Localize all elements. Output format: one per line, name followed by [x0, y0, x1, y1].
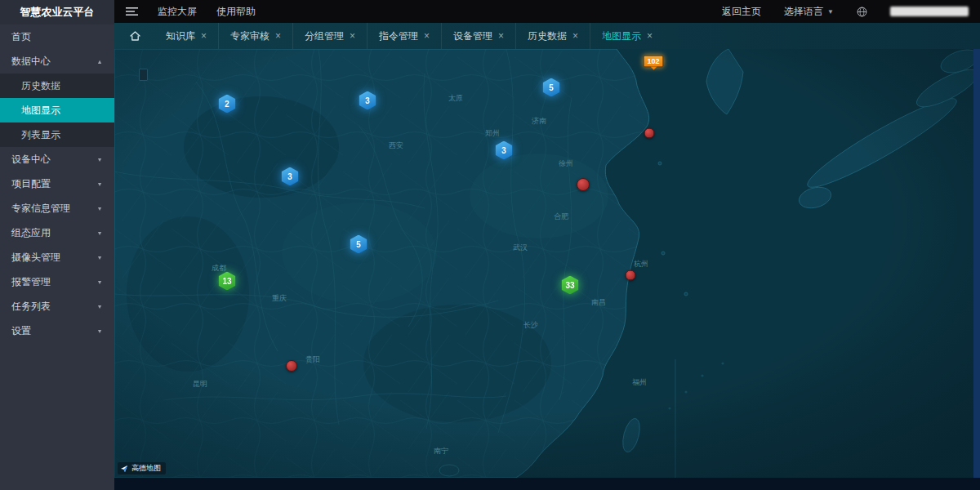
- tabbar: 知识库×专家审核×分组管理×指令管理×设备管理×历史数据×地图显示×: [114, 23, 980, 49]
- device-marker-red[interactable]: [577, 178, 590, 191]
- cluster-count: 3: [359, 91, 376, 110]
- city-label: 西安: [389, 140, 403, 151]
- cluster-count: 13: [219, 272, 236, 291]
- back-home-link[interactable]: 返回主页: [722, 5, 761, 19]
- tab-label: 设备管理: [453, 29, 492, 43]
- menu-help[interactable]: 使用帮助: [216, 5, 256, 19]
- sidebar-subitem-history-data[interactable]: 历史数据: [0, 74, 114, 98]
- tab-map-display[interactable]: 地图显示×: [590, 23, 664, 49]
- cluster-count: 3: [282, 167, 299, 186]
- city-label: 合肥: [554, 212, 568, 222]
- amap-logo-icon: [120, 465, 128, 473]
- topbar: 监控大屏 使用帮助 返回主页 选择语言 ▼: [114, 0, 980, 23]
- language-select[interactable]: 选择语言 ▼: [784, 5, 834, 19]
- caret-down-icon: ▼: [96, 156, 102, 163]
- app-root: 智慧农业云平台 首页数据中心▲历史数据地图显示列表显示设备中心▼项目配置▼专家信…: [0, 0, 980, 490]
- cluster-marker-blue[interactable]: 3: [359, 91, 376, 110]
- city-label: 福州: [632, 377, 647, 388]
- sidebar-item-task-list[interactable]: 任务列表▼: [0, 294, 114, 318]
- map-attribution[interactable]: 高德地图: [118, 462, 166, 474]
- sidebar-item-label: 摄像头管理: [11, 251, 60, 265]
- cluster-marker-green[interactable]: 13: [219, 272, 236, 291]
- cluster-marker-orange[interactable]: 102: [644, 55, 664, 67]
- city-label: 南宁: [434, 446, 448, 457]
- tab-knowledge-base[interactable]: 知识库×: [154, 23, 218, 49]
- sidebar-item-label: 任务列表: [11, 300, 51, 314]
- sidebar-item-camera-management[interactable]: 摄像头管理▼: [0, 245, 114, 270]
- sidebar-item-project-config[interactable]: 项目配置▼: [0, 172, 114, 196]
- tab-label: 历史数据: [528, 29, 567, 43]
- language-globe-icon[interactable]: [857, 7, 867, 17]
- cluster-marker-blue[interactable]: 3: [496, 141, 513, 160]
- sidebar-nav: 首页数据中心▲历史数据地图显示列表显示设备中心▼项目配置▼专家信息管理▼组态应用…: [0, 24, 114, 343]
- tab-label: 指令管理: [379, 29, 418, 43]
- menu-monitor-screen[interactable]: 监控大屏: [158, 5, 197, 19]
- city-label: 重庆: [272, 293, 287, 304]
- caret-down-icon: ▼: [827, 8, 834, 16]
- tab-close-icon[interactable]: ×: [498, 31, 504, 41]
- tab-close-icon[interactable]: ×: [424, 31, 430, 41]
- tab-list: 知识库×专家审核×分组管理×指令管理×设备管理×历史数据×地图显示×: [154, 23, 664, 49]
- map-attribution-label: 高德地图: [131, 463, 161, 474]
- city-label: 太原: [448, 93, 463, 104]
- sidebar-item-expert-info[interactable]: 专家信息管理▼: [0, 196, 114, 220]
- sidebar-subitem-map-display[interactable]: 地图显示: [0, 98, 114, 122]
- tab-expert-review[interactable]: 专家审核×: [218, 23, 292, 49]
- sidebar-item-label: 首页: [11, 30, 31, 44]
- caret-up-icon: ▲: [96, 58, 102, 65]
- tab-close-icon[interactable]: ×: [275, 31, 281, 41]
- tab-close-icon[interactable]: ×: [201, 31, 207, 41]
- cluster-count: 5: [543, 78, 560, 97]
- caret-down-icon: ▼: [96, 180, 102, 187]
- content-area: 2353351333102西安太原郑州济南徐州合肥武汉杭州南昌长沙成都重庆贵阳昆…: [114, 49, 980, 490]
- sidebar-item-device-center[interactable]: 设备中心▼: [0, 147, 114, 172]
- caret-down-icon: ▼: [96, 205, 102, 212]
- home-tab-icon[interactable]: [129, 30, 141, 42]
- cluster-count: 2: [219, 95, 236, 114]
- sidebar-item-settings[interactable]: 设置▼: [0, 318, 114, 343]
- device-marker-red[interactable]: [286, 360, 297, 372]
- sidebar-item-label: 设备中心: [11, 153, 51, 167]
- caret-down-icon: ▼: [96, 327, 102, 334]
- marker-layer: 2353351333102西安太原郑州济南徐州合肥武汉杭州南昌长沙成都重庆贵阳昆…: [114, 49, 973, 478]
- device-marker-red[interactable]: [626, 270, 636, 281]
- cluster-marker-blue[interactable]: 2: [219, 95, 236, 114]
- city-label: 武汉: [513, 243, 528, 253]
- sidebar-subitem-list-display[interactable]: 列表显示: [0, 122, 114, 147]
- tab-close-icon[interactable]: ×: [647, 31, 653, 41]
- city-label: 济南: [532, 115, 546, 126]
- tab-device-management[interactable]: 设备管理×: [441, 23, 515, 49]
- tab-history-data[interactable]: 历史数据×: [515, 23, 590, 49]
- topbar-right: 返回主页 选择语言 ▼: [722, 5, 969, 19]
- map-overview-control[interactable]: [139, 69, 148, 81]
- main-column: 监控大屏 使用帮助 返回主页 选择语言 ▼: [114, 0, 980, 490]
- tab-close-icon[interactable]: ×: [572, 31, 578, 41]
- sidebar-item-configuration-app[interactable]: 组态应用▼: [0, 220, 114, 245]
- city-label: 贵阳: [305, 354, 320, 365]
- device-marker-red[interactable]: [644, 128, 655, 139]
- cluster-marker-blue[interactable]: 5: [543, 78, 560, 97]
- cluster-marker-blue[interactable]: 3: [282, 167, 299, 186]
- sidebar: 智慧农业云平台 首页数据中心▲历史数据地图显示列表显示设备中心▼项目配置▼专家信…: [0, 0, 114, 490]
- map-canvas[interactable]: 2353351333102西安太原郑州济南徐州合肥武汉杭州南昌长沙成都重庆贵阳昆…: [114, 49, 973, 478]
- tab-close-icon[interactable]: ×: [350, 31, 355, 41]
- caret-down-icon: ▼: [96, 278, 102, 285]
- sidebar-item-home[interactable]: 首页: [0, 24, 114, 49]
- cluster-count: 3: [496, 141, 513, 160]
- sidebar-submenu-data-center: 历史数据地图显示列表显示: [0, 74, 114, 147]
- cluster-marker-blue[interactable]: 5: [350, 235, 368, 254]
- collapse-menu-icon[interactable]: [126, 7, 138, 16]
- city-label: 昆明: [193, 379, 207, 390]
- sidebar-item-alarm-management[interactable]: 报警管理▼: [0, 270, 114, 294]
- username-redacted[interactable]: [890, 7, 969, 16]
- tab-command-management[interactable]: 指令管理×: [367, 23, 441, 49]
- sidebar-item-label: 数据中心: [11, 55, 51, 69]
- sidebar-item-label: 设置: [11, 324, 31, 338]
- sidebar-item-label: 组态应用: [11, 226, 51, 240]
- sidebar-item-data-center[interactable]: 数据中心▲: [0, 49, 114, 74]
- city-label: 杭州: [634, 259, 648, 270]
- sidebar-item-label: 项目配置: [11, 177, 51, 191]
- tab-group-management[interactable]: 分组管理×: [292, 23, 367, 49]
- cluster-marker-green[interactable]: 33: [562, 276, 579, 295]
- sidebar-item-label: 报警管理: [11, 275, 51, 289]
